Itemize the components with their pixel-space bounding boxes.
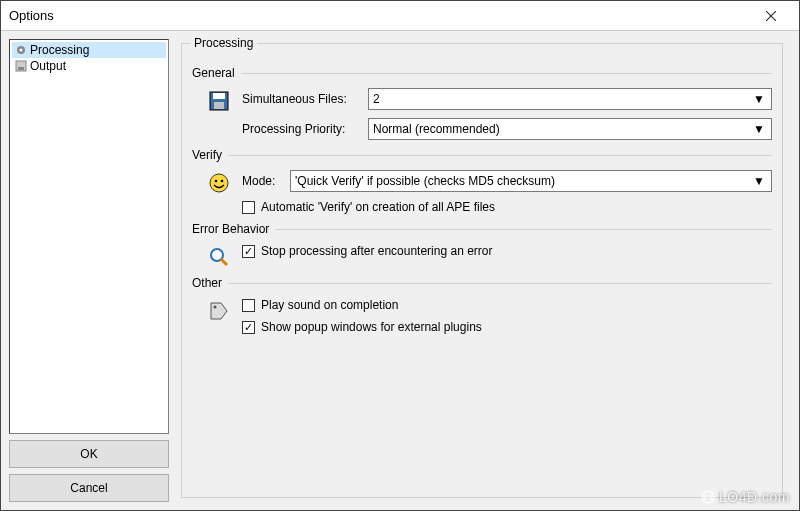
watermark: LO4D.com	[701, 489, 790, 505]
show-popup-label: Show popup windows for external plugins	[261, 320, 482, 334]
simultaneous-files-label: Simultaneous Files:	[242, 92, 362, 106]
svg-point-3	[20, 49, 23, 52]
close-icon	[766, 11, 776, 21]
svg-point-10	[215, 180, 218, 183]
sidebar-item-label: Processing	[30, 42, 89, 58]
svg-rect-8	[214, 102, 224, 109]
cancel-button[interactable]: Cancel	[9, 474, 169, 502]
svg-marker-14	[211, 303, 227, 319]
section-verify: Verify Mode: 'Quick Verify' if possible …	[192, 148, 772, 214]
sidebar-item-output[interactable]: Output	[12, 58, 166, 74]
svg-point-11	[221, 180, 224, 183]
floppy-icon	[208, 90, 230, 112]
section-heading: Other	[192, 276, 772, 290]
options-window: Options Processing Output	[0, 0, 800, 511]
chevron-down-icon: ▼	[751, 120, 767, 138]
disk-icon	[14, 59, 28, 73]
body: Processing Output OK Cancel Processing G…	[1, 31, 799, 510]
globe-icon	[701, 490, 715, 504]
ok-button[interactable]: OK	[9, 440, 169, 468]
auto-verify-label: Automatic 'Verify' on creation of all AP…	[261, 200, 495, 214]
simultaneous-files-combo[interactable]: 2 ▼	[368, 88, 772, 110]
auto-verify-checkbox[interactable]	[242, 201, 255, 214]
processing-priority-label: Processing Priority:	[242, 122, 362, 136]
nav-tree[interactable]: Processing Output	[9, 39, 169, 434]
gear-icon	[14, 43, 28, 57]
verify-mode-label: Mode:	[242, 174, 284, 188]
svg-line-13	[221, 259, 227, 265]
section-heading: Error Behavior	[192, 222, 772, 236]
processing-priority-combo[interactable]: Normal (recommended) ▼	[368, 118, 772, 140]
stop-on-error-checkbox[interactable]	[242, 245, 255, 258]
chevron-down-icon: ▼	[751, 172, 767, 190]
sidebar-item-label: Output	[30, 58, 66, 74]
verify-mode-combo[interactable]: 'Quick Verify' if possible (checks MD5 c…	[290, 170, 772, 192]
stop-on-error-label: Stop processing after encountering an er…	[261, 244, 492, 258]
window-title: Options	[9, 8, 751, 23]
chevron-down-icon: ▼	[751, 90, 767, 108]
section-other: Other Play sound on completion	[192, 276, 772, 334]
smiley-icon	[208, 172, 230, 194]
svg-rect-7	[213, 93, 225, 99]
section-general: General Simultaneous Files: 2	[192, 66, 772, 140]
processing-groupbox: Processing General Simultaneous Files:	[181, 43, 783, 498]
play-sound-label: Play sound on completion	[261, 298, 398, 312]
close-button[interactable]	[751, 2, 791, 30]
section-heading: General	[192, 66, 772, 80]
show-popup-checkbox[interactable]	[242, 321, 255, 334]
magnifier-icon	[208, 246, 230, 268]
titlebar: Options	[1, 1, 799, 31]
groupbox-title: Processing	[190, 36, 257, 50]
svg-rect-5	[18, 67, 24, 70]
section-heading: Verify	[192, 148, 772, 162]
left-column: Processing Output OK Cancel	[9, 39, 169, 502]
sidebar-item-processing[interactable]: Processing	[12, 42, 166, 58]
svg-point-9	[210, 174, 228, 192]
svg-point-15	[214, 306, 217, 309]
section-error: Error Behavior Stop processing after enc…	[192, 222, 772, 268]
right-panel: Processing General Simultaneous Files:	[177, 39, 791, 502]
play-sound-checkbox[interactable]	[242, 299, 255, 312]
tag-icon	[208, 300, 230, 322]
